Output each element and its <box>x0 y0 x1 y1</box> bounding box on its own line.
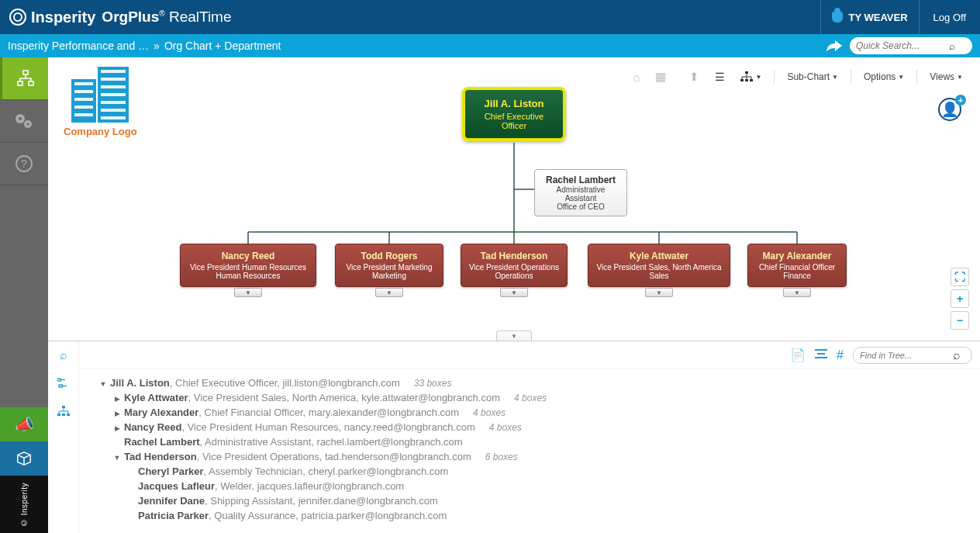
breadcrumb-root[interactable]: Insperity Performance and … <box>8 40 149 52</box>
tree-details: , Vice President Operations, tad.henders… <box>197 451 471 462</box>
rail-help[interactable]: ? <box>0 143 48 185</box>
tree-row[interactable]: Patricia Parker, Quality Assurance, patr… <box>85 508 980 523</box>
node-title: Vice President Operations <box>466 263 562 272</box>
rail-announce[interactable]: 📣 <box>0 407 48 441</box>
align-icon[interactable] <box>815 348 827 362</box>
tree-row[interactable]: ▼Tad Henderson, Vice President Operation… <box>85 449 980 464</box>
tree-person: Nancy Reed <box>124 421 181 433</box>
user-menu[interactable]: TY WEAVER <box>820 0 919 34</box>
expand-button[interactable]: ▼ <box>783 288 811 297</box>
tree-person: Patricia Parker <box>138 510 209 521</box>
tree-arrow[interactable]: ▼ <box>113 454 121 462</box>
node-vp[interactable]: Mary AlexanderChief Financial OfficerFin… <box>747 244 847 287</box>
brand-product: OrgPlus® RealTime <box>102 9 231 26</box>
brand-main: Insperity <box>31 9 95 26</box>
expand-button[interactable]: ▼ <box>645 288 673 297</box>
tree-tabs: ⌕ <box>48 341 79 533</box>
tree-person: Mary Alexander <box>124 407 198 418</box>
svg-rect-26 <box>62 414 65 416</box>
tree-person: Tad Henderson <box>124 451 197 462</box>
rail-settings[interactable] <box>0 100 48 143</box>
tree-search-input[interactable] <box>860 351 953 360</box>
tree-details: , Chief Financial Officer, mary.alexande… <box>198 407 459 418</box>
rail-box[interactable] <box>0 441 48 476</box>
svg-rect-27 <box>67 414 70 416</box>
tree-search[interactable]: ⌕ <box>853 347 972 364</box>
svg-text:?: ? <box>21 157 27 170</box>
tree-details: , Assembly Technician, cheryl.parker@lon… <box>204 466 449 477</box>
tree-row[interactable]: Jacques Lafleur, Welder, jacques.lafleur… <box>85 479 980 493</box>
hash-icon[interactable]: # <box>837 348 844 362</box>
tree-list[interactable]: ▼Jill A. Liston, Chief Executive Officer… <box>79 369 980 533</box>
node-vp[interactable]: Todd RogersVice President MarketingMarke… <box>335 244 443 287</box>
node-dept: Human Resources <box>185 272 311 280</box>
expand-button[interactable]: ▼ <box>234 288 262 297</box>
tree-row[interactable]: Jennifer Dane, Shipping Assistant, jenni… <box>85 493 980 508</box>
node-name: Nancy Reed <box>185 251 311 261</box>
node-assistant[interactable]: Rachel Lambert Administrative Assistant … <box>534 169 627 216</box>
chart-area: Company Logo ⌂ ▦ ⬆ ☰ ▼ Sub-Chart ▼ Optio… <box>48 57 980 341</box>
panel-collapse-toggle[interactable]: ▼ <box>496 331 532 341</box>
svg-rect-25 <box>57 414 60 416</box>
node-name: Mary Alexander <box>753 251 841 261</box>
breadcrumb-current[interactable]: Org Chart + Department <box>164 40 281 52</box>
expand-button[interactable]: ▼ <box>375 288 403 297</box>
tree-row[interactable]: Cheryl Parker, Assembly Technician, cher… <box>85 464 980 479</box>
node-vp[interactable]: Tad HendersonVice President OperationsOp… <box>461 244 568 287</box>
rail-copyright: © Insperity <box>0 476 48 533</box>
tree-details: , Welder, jacques.lafleur@longbranch.com <box>215 480 404 492</box>
tree-details: , Administrative Assistant, rachel.lambe… <box>200 436 463 448</box>
node-title: Chief Financial Officer <box>753 263 841 272</box>
search-icon[interactable]: ⌕ <box>953 348 961 362</box>
node-title: Vice President Human Resources <box>185 263 311 272</box>
share-icon[interactable] <box>826 40 842 52</box>
zoom-out-button[interactable]: − <box>951 311 969 330</box>
tree-row[interactable]: ▼Jill A. Liston, Chief Executive Officer… <box>85 376 980 390</box>
tree-person: Jill A. Liston <box>110 377 170 389</box>
svg-rect-2 <box>29 81 33 85</box>
tree-tab-search[interactable]: ⌕ <box>48 341 78 369</box>
export-icon[interactable]: 📄 <box>790 348 806 362</box>
node-name: Jill A. Liston <box>479 98 549 109</box>
tree-arrow[interactable]: ▼ <box>99 380 107 388</box>
tree-arrow[interactable]: ▶ <box>113 395 121 403</box>
top-header: Insperity OrgPlus® RealTime TY WEAVER Lo… <box>0 0 980 34</box>
tree-boxes: 6 boxes <box>485 452 518 462</box>
tree-tab-list[interactable] <box>48 369 78 397</box>
tree-details: , Quality Assurance, patricia.parker@lon… <box>209 510 447 521</box>
expand-button[interactable]: ▼ <box>500 288 528 297</box>
node-dept: Marketing <box>340 272 438 280</box>
node-vp[interactable]: Kyle AttwaterVice President Sales, North… <box>588 244 730 287</box>
search-icon[interactable]: ⌕ <box>949 40 955 52</box>
tree-row[interactable]: Rachel Lambert, Administrative Assistant… <box>85 434 980 449</box>
tree-arrow[interactable]: ▶ <box>113 410 121 417</box>
node-dept: Office of CEO <box>544 202 617 211</box>
tree-details: , Chief Executive Officer, jill.liston@l… <box>170 377 400 389</box>
node-ceo[interactable]: Jill A. Liston Chief Executive Officer <box>462 87 566 141</box>
tree-arrow[interactable]: ▶ <box>113 424 121 432</box>
header-right: TY WEAVER Log Off <box>820 0 981 34</box>
logoff-button[interactable]: Log Off <box>919 0 980 34</box>
node-title: Chief Executive Officer <box>479 112 549 130</box>
node-name: Rachel Lambert <box>544 175 617 185</box>
zoom-in-button[interactable]: + <box>951 289 969 308</box>
tree-row[interactable]: ▶Nancy Reed, Vice President Human Resour… <box>85 420 980 434</box>
tree-boxes: 4 boxes <box>514 393 547 403</box>
tree-row[interactable]: ▶Mary Alexander, Chief Financial Officer… <box>85 405 980 420</box>
tree-boxes: 4 boxes <box>473 407 506 418</box>
node-title: Administrative Assistant <box>544 185 617 202</box>
tree-boxes: 33 boxes <box>414 378 452 389</box>
node-vp[interactable]: Nancy ReedVice President Human Resources… <box>180 244 316 287</box>
svg-rect-23 <box>59 385 62 387</box>
quick-search[interactable]: ⌕ <box>850 37 972 54</box>
quick-search-input[interactable] <box>856 40 949 51</box>
user-name: TY WEAVER <box>849 12 908 23</box>
rail-orgchart[interactable] <box>0 57 48 100</box>
node-dept: Sales <box>593 272 725 280</box>
tree-row[interactable]: ▶Kyle Attwater, Vice President Sales, No… <box>85 390 980 405</box>
brand: Insperity OrgPlus® RealTime <box>9 9 232 26</box>
tree-person: Jennifer Dane <box>138 495 205 507</box>
node-dept: Operations <box>466 272 562 280</box>
tree-tab-hierarchy[interactable] <box>48 397 78 425</box>
fullscreen-button[interactable]: ⛶ <box>951 268 969 286</box>
